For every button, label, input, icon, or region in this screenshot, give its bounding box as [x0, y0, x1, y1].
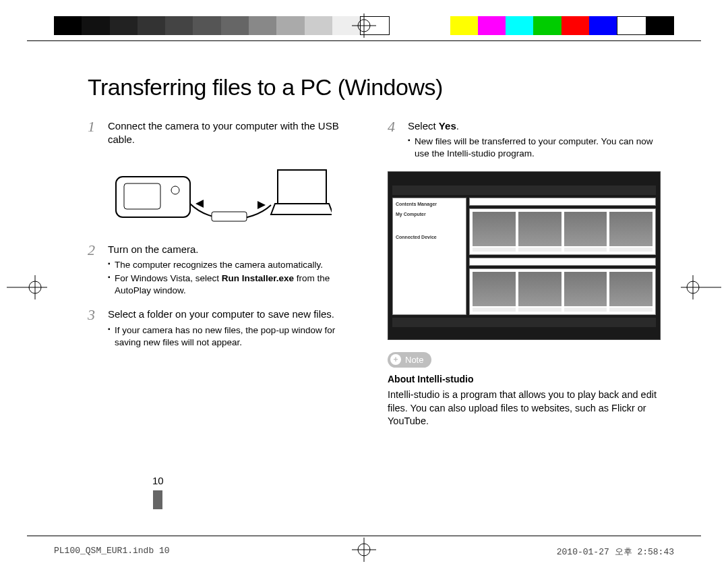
plus-icon: +	[390, 354, 401, 365]
right-column: 4 Select Yes. New files will be transfer…	[388, 119, 661, 428]
step-text: Turn on the camera.	[108, 243, 361, 256]
step-text: Select Yes.	[408, 119, 661, 133]
step-3: 3 Select a folder on your computer to sa…	[88, 308, 361, 350]
crop-rule-bottom	[27, 536, 701, 536]
svg-marker-16	[195, 200, 204, 208]
svg-rect-13	[124, 183, 160, 209]
note-body: Intelli-studio is a program that allows …	[388, 389, 661, 428]
step-text: Connect the camera to your computer with…	[108, 119, 361, 147]
bullet-text: If your camera has no new files, the pop…	[108, 324, 361, 349]
step-number: 2	[88, 243, 100, 299]
svg-rect-12	[116, 177, 190, 217]
step-1: 1 Connect the camera to your computer wi…	[88, 119, 361, 147]
bullet-text: New files will be transferred to your co…	[408, 136, 661, 160]
registration-mark-icon	[352, 13, 376, 38]
footer-file: PL100_QSM_EUR1.indb 10	[54, 546, 170, 558]
registration-mark-icon	[681, 275, 721, 299]
footer-date: 2010-01-27 오후 2:58:43	[557, 546, 674, 558]
bullet-text: For Windows Vista, select Run Installer.…	[108, 272, 361, 297]
left-column: 1 Connect the camera to your computer wi…	[88, 119, 361, 428]
bullet-text: The computer recognizes the camera autom…	[108, 259, 361, 271]
svg-marker-17	[257, 201, 266, 209]
step-2: 2 Turn on the camera. The computer recog…	[88, 243, 361, 299]
step-4: 4 Select Yes. New files will be transfer…	[388, 119, 661, 162]
intelli-studio-screenshot: Contents Manager My Computer Connected D…	[388, 171, 661, 340]
step-number: 4	[388, 119, 400, 162]
step-text: Select a folder on your computer to save…	[108, 308, 361, 321]
note-badge: + Note	[388, 352, 431, 368]
camera-to-laptop-illustration	[109, 156, 361, 231]
svg-point-14	[171, 186, 179, 194]
step-number: 1	[88, 119, 100, 147]
registration-mark-icon	[7, 275, 47, 299]
crop-rule-top	[27, 40, 701, 41]
note-subtitle: About Intelli-studio	[388, 373, 661, 386]
page-title: Transferring files to a PC (Windows)	[88, 74, 661, 101]
page-number: 10	[152, 474, 164, 509]
svg-rect-15	[212, 212, 247, 221]
step-number: 3	[88, 308, 100, 350]
print-footer: PL100_QSM_EUR1.indb 10 2010-01-27 오후 2:5…	[54, 546, 674, 558]
